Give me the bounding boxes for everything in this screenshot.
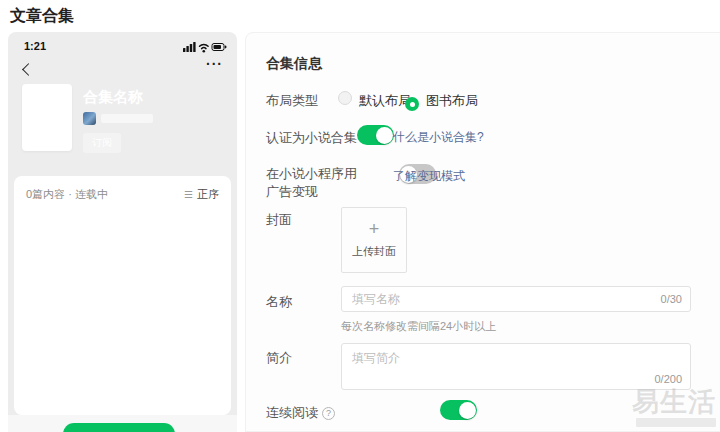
radio-default-layout[interactable] — [338, 91, 352, 105]
collection-info-form: 合集信息 布局类型 默认布局 图书布局 认证为小说合集 什么是小说合集? 在小说… — [245, 32, 720, 432]
avatar — [83, 112, 96, 125]
statusbar-icons — [183, 41, 227, 53]
watermark-logo: 易生活 — [632, 384, 716, 420]
watermark-subtext-bar — [636, 418, 716, 427]
back-icon[interactable] — [20, 62, 36, 78]
sort-label: 正序 — [197, 187, 219, 202]
ad-monetize-label-line1: 在小说小程序用 — [266, 165, 357, 183]
signal-icon — [183, 42, 196, 52]
section-title: 合集信息 — [266, 55, 322, 73]
upload-cover-label: 上传封面 — [342, 244, 406, 259]
radio-book-layout-label[interactable]: 图书布局 — [426, 92, 478, 110]
name-input-wrap: 0/30 — [341, 286, 691, 312]
name-counter: 0/30 — [661, 293, 682, 305]
cover-label: 封面 — [266, 211, 292, 229]
subscribe-button[interactable]: 订阅 — [83, 133, 121, 153]
intro-textarea-wrap: 0/200 — [341, 343, 691, 390]
intro-label: 简介 — [266, 349, 292, 367]
account-name-placeholder — [101, 114, 153, 123]
wifi-dot — [203, 50, 206, 53]
continuous-reading-label: 连续阅读? — [266, 404, 335, 422]
help-icon[interactable]: ? — [322, 407, 335, 420]
collection-cover-placeholder — [22, 84, 72, 151]
ad-monetize-link[interactable]: 了解变现模式 — [393, 168, 465, 185]
novel-cert-label: 认证为小说合集 — [266, 129, 357, 147]
continuous-reading-toggle[interactable] — [440, 400, 477, 420]
intro-textarea[interactable] — [342, 344, 690, 389]
name-input[interactable] — [342, 287, 690, 311]
wifi-icon — [200, 44, 209, 48]
battery-icon — [212, 44, 226, 51]
name-label: 名称 — [266, 293, 292, 311]
account-row — [83, 112, 153, 125]
novel-cert-toggle[interactable] — [357, 125, 394, 145]
upload-cover-box[interactable]: + 上传封面 — [341, 207, 407, 273]
plus-icon: + — [342, 220, 406, 238]
content-summary: 0篇内容 · 连载中 — [26, 187, 108, 202]
name-hint: 每次名称修改需间隔24小时以上 — [341, 319, 496, 334]
radio-default-layout-label[interactable]: 默认布局 — [359, 92, 411, 110]
phone-preview-panel: 1:21 ··· 合集名称 订阅 0篇内容 · 连载中 ☰ — [8, 32, 237, 432]
novel-cert-link[interactable]: 什么是小说合集? — [393, 129, 484, 146]
page-title: 文章合集 — [10, 6, 74, 27]
sort-control[interactable]: ☰ 正序 — [184, 187, 219, 202]
more-icon[interactable]: ··· — [206, 56, 223, 72]
layout-type-label: 布局类型 — [266, 92, 318, 110]
collection-name-preview: 合集名称 — [83, 88, 143, 107]
radio-book-layout[interactable] — [405, 97, 419, 111]
statusbar-time: 1:21 — [24, 40, 46, 52]
phone-primary-button[interactable] — [63, 423, 175, 432]
sort-icon: ☰ — [184, 189, 193, 200]
content-list-card: 0篇内容 · 连载中 ☰ 正序 — [14, 176, 231, 415]
ad-monetize-label-line2: 广告变现 — [266, 183, 318, 201]
